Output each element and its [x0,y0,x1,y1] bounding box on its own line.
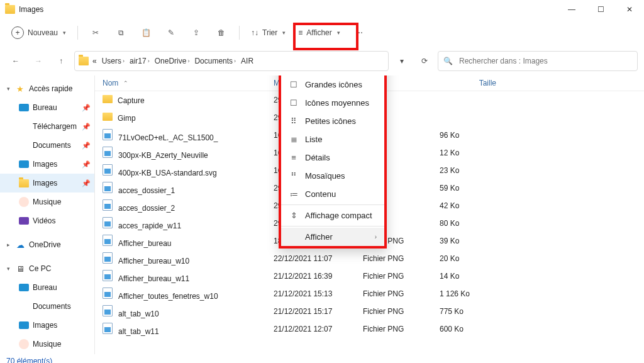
table-row[interactable]: Afficher_bureau_w1121/12/2021 16:39Fichi… [95,267,644,285]
search-input[interactable] [458,56,632,66]
file-name: acces_dossier_2 [118,204,175,213]
sidebar-item-label: Musique [33,198,61,206]
sort-button[interactable]: ↑↓ Trier ▾ [246,25,291,41]
view-button[interactable]: ≡ Afficher ▾ [293,25,345,41]
sidebar-item[interactable]: Musique [0,193,94,211]
forward-button[interactable]: → [29,52,48,70]
table-row[interactable]: alt_tab_w1021/12/2021 15:17Fichier PNG77… [95,303,644,320]
menu-label: Grandes icônes [305,80,362,89]
menu-item[interactable]: Afficher› [281,228,384,246]
table-row[interactable]: Afficher_bureau_w1022/12/2021 11:07Fichi… [95,250,644,267]
pin-icon: 📌 [82,179,91,187]
sidebar-onedrive[interactable]: ▸ ☁ OneDrive [0,235,94,254]
sidebar-item[interactable]: Images [0,316,94,335]
sidebar-item-label: Musique [33,340,61,349]
sidebar-thispc[interactable]: ▾ 🖥 Ce PC [0,259,94,278]
sort-icon: ↑↓ [251,28,258,37]
delete-button[interactable]: 🗑 [210,23,233,43]
navbar: ← → ↑ « Users› air17› OneDrive› Document… [0,47,644,75]
file-modified: 21/12/2021 15:13 [266,289,355,298]
sidebar-item[interactable]: Musique [0,335,94,354]
menu-label: Petites icônes [305,116,356,126]
sidebar-quick-access[interactable]: ▾ ★ Accès rapide [0,79,94,98]
window-title: Images [19,5,43,14]
table-row[interactable]: alt_tab_w1121/12/2021 12:07Fichier PNG60… [95,320,644,338]
new-button[interactable]: + Nouveau ▾ [6,23,71,43]
col-name[interactable]: Nom⌃ [95,79,266,87]
sidebar-item[interactable]: Bureau📌 [0,98,94,117]
chevron-down-icon: ▾ [337,30,340,36]
file-name: acces_dossier_1 [118,186,175,195]
breadcrumb[interactable]: Documents› [193,55,237,67]
sidebar-item[interactable]: Bureau [0,278,94,297]
sidebar-item[interactable]: Images📌 [0,155,94,174]
sidebar-item[interactable]: Téléchargem📌 [0,117,94,136]
image-file-icon [103,217,113,228]
breadcrumb[interactable]: OneDrive› [153,55,191,67]
menu-item[interactable]: ☐Icônes moyennes [281,94,384,112]
file-name: Afficher_bureau_w11 [118,274,189,283]
breadcrumb[interactable]: AIR [240,55,255,67]
image-file-icon [103,252,113,264]
search-icon: 🔍 [443,57,453,65]
menu-label: Icônes moyennes [305,98,369,108]
breadcrumb[interactable]: air17› [128,55,151,67]
paste-button[interactable]: 📋 [135,23,157,43]
file-name: 400px-KB_USA-standard.svg [118,169,217,177]
doc-icon [19,301,29,311]
close-button[interactable]: ✕ [615,0,644,19]
breadcrumb[interactable]: Users› [101,55,126,67]
menu-label: Liste [305,135,322,144]
address-bar[interactable]: « Users› air17› OneDrive› Documents› AIR [74,51,389,71]
menu-item[interactable]: ⇕Affichage compact [281,206,384,225]
sidebar-item-label: Bureau [33,103,57,112]
refresh-button[interactable]: ⟳ [415,52,434,70]
file-name: Afficher_bureau [118,239,172,248]
menu-item[interactable]: ≔Contenu [281,185,384,203]
sidebar-label: Ce PC [29,264,51,273]
cut-button[interactable]: ✂ [84,23,107,43]
image-file-icon [103,147,113,158]
chevron-down-icon: ▾ [282,30,286,36]
sidebar-item[interactable]: Vidéos [0,211,94,230]
img-icon [19,160,29,168]
table-row[interactable]: Afficher_toutes_fenetres_w1021/12/2021 1… [95,285,644,303]
pin-icon: 📌 [82,104,91,112]
back-button[interactable]: ← [6,52,25,70]
file-name: acces_rapide_w11 [118,221,181,230]
history-button[interactable]: ▾ [392,52,411,70]
breadcrumb-overflow[interactable]: « [91,55,98,67]
copy-button[interactable]: ⧉ [109,23,132,43]
menu-item[interactable]: ≣Liste [281,130,384,148]
file-name: Afficher_bureau_w10 [118,257,189,265]
pin-icon: 📌 [82,123,91,131]
menu-icon: ☐ [289,80,299,89]
rename-button[interactable]: ✎ [160,23,182,43]
file-size: 39 Ko [432,237,508,245]
file-modified: 22/12/2021 11:07 [266,254,355,263]
list-icon: ≡ [298,28,303,37]
sidebar-item[interactable]: Documents📌 [0,136,94,155]
search-box[interactable]: 🔍 [438,51,638,71]
menu-item[interactable]: ⠿Petites icônes [281,112,384,130]
menu-item[interactable]: ≡Détails [281,148,384,167]
image-file-icon [103,199,113,211]
chevron-right-icon: › [375,233,377,240]
menu-item[interactable]: ☐Grandes icônes [281,75,384,94]
sidebar-label: OneDrive [29,240,61,249]
share-button[interactable]: ⇪ [185,23,208,43]
video-icon [19,217,29,225]
sidebar-item-label: Documents [33,302,71,311]
file-name: Gimp [118,114,136,123]
new-label: Nouveau [28,28,58,37]
sidebar-item[interactable]: Documents [0,297,94,316]
maximize-button[interactable]: ☐ [586,0,615,19]
menu-item[interactable]: ⠛Mosaïques [281,167,384,185]
up-button[interactable]: ↑ [52,52,70,70]
minimize-button[interactable]: ― [557,0,586,19]
col-size[interactable]: Taille [432,79,508,87]
image-file-icon [103,305,113,316]
menu-label: Affichage compact [305,211,372,220]
chevron-down-icon: ▾ [5,86,11,92]
sidebar-item[interactable]: Images📌 [0,174,94,193]
